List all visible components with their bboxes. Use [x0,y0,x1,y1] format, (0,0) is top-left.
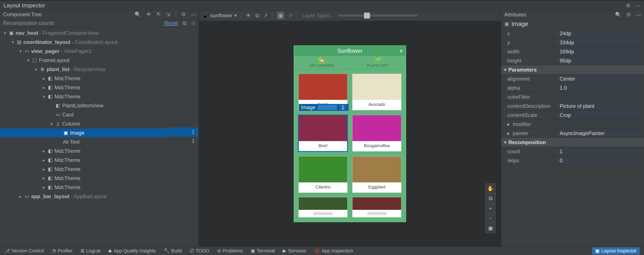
chevron-icon[interactable]: ▸ [18,194,22,199]
export-icon[interactable]: ↗ [264,12,268,18]
tree-node-app_bar_layout[interactable]: ▸▭app_bar_layout - AppBarLayout [0,192,166,201]
chevron-icon[interactable]: ▾ [18,49,22,54]
tree-node-mdctheme[interactable]: ▸◧MdcTheme [0,156,166,165]
layers-icon[interactable]: ⧉ [486,193,496,203]
tree-node-text[interactable]: AbText [0,137,166,147]
tree-node-framelayout[interactable]: ▾▢FrameLayout [0,56,166,65]
status-problems[interactable]: ⊘Problems [217,248,243,254]
tree-node-plantlistitemview[interactable]: ◧PlantListItemView [0,101,166,110]
search-icon[interactable]: 🔍 [615,12,622,18]
plant-card-eggplant[interactable]: Eggplant [352,156,401,193]
eye-icon[interactable]: 👁 [146,11,152,17]
minimize-icon[interactable]: — [635,2,640,9]
chevron-icon[interactable]: ▸ [42,76,46,81]
layer-spacing-slider[interactable] [338,14,418,17]
slider-thumb[interactable] [364,12,370,19]
tree-node-view_pager[interactable]: ▾▭view_pager - ViewPager2 [0,47,166,56]
copy-icon[interactable]: ⧉ [183,20,186,26]
attr-row-count[interactable]: count1 [501,147,644,156]
plant-card-bougainvillea[interactable]: Bougainvillea [352,115,401,152]
tab-my-garden[interactable]: 🏡 MY GARDEN [294,56,350,69]
tree-node-image[interactable]: ▣Image [0,128,166,137]
tree-node-plant_list[interactable]: ▾≣plant_list - RecyclerView [0,65,166,74]
plant-card-cilantro[interactable]: Cilantro [298,156,348,193]
attr-row-skips[interactable]: skips0 [501,156,644,165]
chevron-icon[interactable]: ▸ [42,185,46,190]
filter-icon[interactable]: ≡ [400,48,403,54]
chevron-icon[interactable]: ▾ [50,121,54,126]
node-icon: ▯ [55,121,61,127]
zoom-in-icon[interactable]: ＋ [486,203,496,213]
chevron-icon[interactable]: ▸ [42,148,46,154]
plant-card-avocado[interactable]: Avocado [352,74,401,110]
snapshot-icon[interactable]: ⧉ [256,12,259,18]
attr-row-alpha[interactable]: alpha1.0 [501,83,644,92]
device-selector[interactable]: 📱 sunflower ▾ [202,12,237,18]
status-terminal[interactable]: ▣Terminal [251,248,275,254]
attr-row-colorFilter[interactable]: colorFilter [501,92,644,102]
component-tree[interactable]: ▾▣nav_host - FragmentContainerView▾▤coor… [0,28,166,246]
attr-row-painter[interactable]: ▸ painterAsyncImagePainter [501,129,644,138]
chevron-icon[interactable]: ▸ [42,176,46,181]
tree-node-mdctheme[interactable]: ▸◧MdcTheme [0,165,166,174]
attr-row-contentDescription[interactable]: contentDescriptionPicture of plant [501,102,644,111]
status-layout-inspector[interactable]: ▣ Layout Inspector [592,247,640,255]
chevron-icon[interactable]: ▾ [34,67,38,72]
chevron-icon[interactable]: ▸ [42,158,46,163]
search-icon[interactable]: 🔍 [134,11,141,17]
attr-row-modifier[interactable]: ▸ modifier [501,120,644,129]
attr-row-height[interactable]: height95dp [501,56,644,65]
chevron-icon[interactable]: ▾ [42,94,46,99]
collapse-icon[interactable]: ⇱ [156,11,161,17]
plant-card-beet[interactable]: Beet [298,115,348,152]
zoom-out-icon[interactable]: － [486,213,496,223]
tree-node-mdctheme[interactable]: ▸◧MdcTheme [0,74,166,83]
chevron-icon[interactable]: ▾ [26,58,30,63]
status-todo[interactable]: ☑TODO [190,248,209,254]
tree-node-coordinator_layout[interactable]: ▾▤coordinator_layout - CoordinatorLayout [0,38,166,47]
status-profiler[interactable]: ◔Profiler [52,248,73,254]
chevron-icon[interactable]: ▾ [11,39,15,45]
plant-card-partial[interactable] [352,197,401,217]
disable-icon[interactable]: ⊘ [191,20,196,26]
minimize-icon[interactable]: — [191,11,196,17]
tree-node-card[interactable]: ▭Card [0,110,166,119]
status-logcat[interactable]: ≣Logcat [80,248,100,254]
attr-row-contentScale[interactable]: contentScaleCrop [501,111,644,120]
status-app-inspection[interactable]: 🐞App Inspection [314,248,353,254]
preview-canvas[interactable]: Sunflower ≡ 🏡 MY GARDEN 🌱 PLANT LIST [199,21,501,246]
pan-icon[interactable]: ✋ [486,184,496,193]
attr-section-parameters[interactable]: ▾Parameters [501,65,644,74]
tree-node-mdctheme[interactable]: ▸◧MdcTheme [0,147,166,156]
tree-node-nav_host[interactable]: ▾▣nav_host - FragmentContainerView [0,28,166,38]
attr-row-width[interactable]: width169dp [501,47,644,56]
tree-node-mdctheme[interactable]: ▸◧MdcTheme [0,83,166,92]
chevron-icon[interactable]: ▾ [3,30,7,36]
gear-icon[interactable]: ⚙ [181,11,186,17]
gear-icon[interactable]: ⚙ [626,2,630,9]
status-app-quality-insights[interactable]: ◆App Quality Insights [108,248,156,254]
fit-icon[interactable]: ▣ [486,223,496,233]
eye-icon[interactable]: 👁 [246,12,251,18]
status-services[interactable]: ▶Services [283,248,306,254]
tree-node-mdctheme[interactable]: ▾◧MdcTheme [0,92,166,101]
attr-row-alignment[interactable]: alignmentCenter [501,74,644,83]
tree-node-column[interactable]: ▾▯Column [0,119,166,128]
attr-section-recomposition[interactable]: ▾Recomposition [501,138,644,147]
attr-row-x[interactable]: x24dp [501,29,644,38]
plant-card-partial[interactable] [298,197,348,217]
tree-node-mdctheme[interactable]: ▸◧MdcTheme [0,183,166,192]
reset-link[interactable]: Reset [164,20,178,26]
attr-row-y[interactable]: y334dp [501,38,644,47]
status-version-control[interactable]: ⎇Version Control [4,248,44,254]
chevron-icon[interactable]: ▸ [42,85,46,90]
minimize-icon[interactable]: — [636,12,641,18]
tab-plant-list[interactable]: 🌱 PLANT LIST [350,56,406,69]
mode-2d-icon[interactable]: ▣ [277,12,284,19]
expand-icon[interactable]: ⇲ [166,11,170,17]
status-build[interactable]: 🔨Build [164,248,182,254]
refresh-icon[interactable]: ⟳ [289,12,293,18]
tree-node-mdctheme[interactable]: ▸◧MdcTheme [0,174,166,183]
chevron-icon[interactable]: ▸ [42,167,46,172]
gear-icon[interactable]: ⚙ [626,12,631,18]
